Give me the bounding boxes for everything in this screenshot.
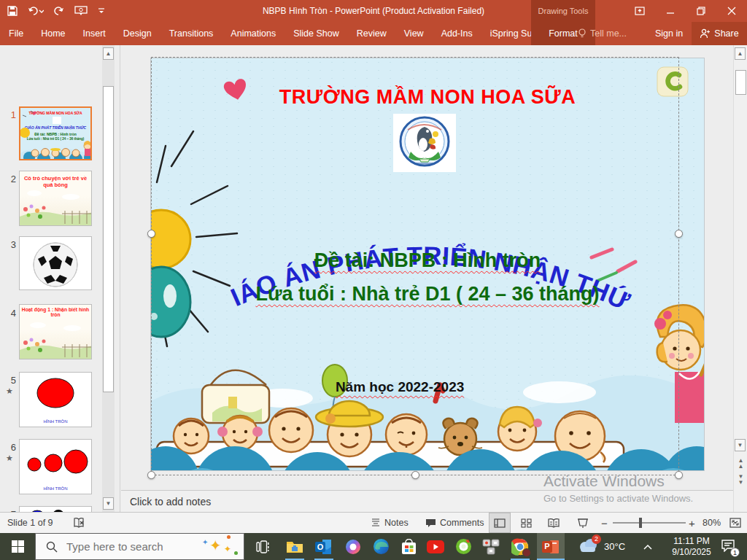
- tab-home[interactable]: Home: [32, 22, 74, 45]
- slide-scrollbar-thumb[interactable]: [735, 70, 746, 95]
- slide-sorter-view-button[interactable]: [515, 513, 537, 533]
- age-group-text[interactable]: Lứa tuổi : Nhà trẻ D1 ( 24 – 36 tháng): [151, 283, 704, 306]
- outlook-icon[interactable]: O: [310, 533, 338, 560]
- scroll-down-icon[interactable]: ▼: [735, 439, 746, 451]
- zoom-level[interactable]: 80%: [703, 513, 721, 533]
- start-button[interactable]: [0, 533, 35, 560]
- notes-icon: [371, 518, 381, 527]
- chrome-icon[interactable]: [506, 533, 534, 560]
- topic-text[interactable]: Đề tài: NBPB : Hình tròn: [151, 249, 704, 272]
- comments-toggle[interactable]: Comments: [425, 513, 484, 533]
- share-button[interactable]: Share: [692, 22, 747, 45]
- comments-icon: [425, 518, 436, 528]
- zoom-slider[interactable]: [613, 522, 686, 524]
- waves: [151, 446, 704, 470]
- child-with-hat: [316, 401, 383, 456]
- tab-slide-show[interactable]: Slide Show: [285, 22, 348, 45]
- notification-center-button[interactable]: 1: [721, 533, 735, 560]
- school-name-text[interactable]: TRƯỜNG MẦM NON HOA SỮA: [151, 86, 704, 109]
- microsoft-store-icon[interactable]: [395, 533, 422, 560]
- windows-taskbar: ✦ ✦ ✦ O: [0, 533, 747, 560]
- undo-icon[interactable]: [28, 6, 44, 16]
- taskbar-clock[interactable]: 11:11 PM 9/10/2025: [665, 533, 718, 560]
- quick-access-toolbar: [7, 0, 105, 22]
- tab-transitions[interactable]: Transitions: [160, 22, 222, 45]
- next-slide-button[interactable]: ▼▼: [735, 474, 746, 486]
- restore-icon[interactable]: [686, 0, 716, 22]
- fit-slide-to-window-button[interactable]: [729, 513, 741, 533]
- task-view-button[interactable]: [249, 533, 277, 560]
- scroll-down-icon[interactable]: ▼: [103, 497, 114, 510]
- thumbnail-slide-7[interactable]: HÌNH TRÒN: [19, 506, 92, 512]
- tab-file[interactable]: File: [0, 22, 32, 45]
- tell-me-box[interactable]: Tell me...: [578, 22, 627, 45]
- reading-view-button[interactable]: [543, 513, 565, 533]
- copilot-icon[interactable]: [339, 533, 367, 560]
- activate-windows-watermark: Activate Windows: [543, 472, 665, 490]
- school-logo[interactable]: [393, 114, 456, 172]
- tab-add-ins[interactable]: Add-Ins: [433, 22, 481, 45]
- thumbnail-scrollbar-thumb[interactable]: [103, 86, 114, 392]
- taskbar-search-box[interactable]: ✦ ✦ ✦: [35, 533, 244, 560]
- thumbnail-scrollbar[interactable]: ▲ ▼: [102, 45, 115, 512]
- zoom-out-button[interactable]: −: [601, 513, 608, 533]
- tab-insert[interactable]: Insert: [74, 22, 115, 45]
- thumbnail-number-4: 4: [3, 308, 16, 319]
- sparkle-dot: [234, 551, 238, 555]
- tray-expand-chevron[interactable]: [643, 533, 652, 560]
- thumbnail-slide-6[interactable]: HÌNH TRÒN: [19, 439, 92, 494]
- customize-qat-icon[interactable]: [98, 7, 105, 15]
- ribbon-display-options-icon[interactable]: [624, 0, 655, 22]
- notes-toggle[interactable]: Notes: [371, 513, 409, 533]
- coccoc-browser-icon[interactable]: [449, 533, 477, 560]
- redo-icon[interactable]: [54, 6, 64, 16]
- school-year-text[interactable]: Năm học 2022-2023: [151, 379, 649, 395]
- sign-in-button[interactable]: Sign in: [655, 22, 683, 45]
- start-slideshow-icon[interactable]: [74, 6, 88, 16]
- powerpoint-icon-active[interactable]: P: [537, 533, 565, 560]
- window-controls: [624, 0, 747, 22]
- tab-review[interactable]: Review: [348, 22, 395, 45]
- green-balloon: [322, 365, 347, 429]
- thumbnail-slide-2[interactable]: Cô trò chuyện với trẻ về quả bóng: [19, 171, 92, 226]
- thumbnail-slide-1[interactable]: TRƯỜNG MẦM NON HOA SỮA GIÁO ÁN PHÁT TRIỂ…: [19, 106, 92, 160]
- sun-drawing: [151, 131, 237, 346]
- normal-view-button[interactable]: [489, 513, 511, 533]
- tab-view[interactable]: View: [395, 22, 433, 45]
- powerpoint-window: NBPB Hình Tròn - PowerPoint (Product Act…: [0, 0, 747, 560]
- thumbnail-slide-4[interactable]: Hoạt động 1 : Nhận biết hình tròn: [19, 304, 92, 359]
- slide-counter[interactable]: Slide 1 of 9: [7, 513, 53, 533]
- powerpoint-letter: P: [542, 542, 552, 551]
- thumbnail-number-5: 5: [3, 375, 16, 386]
- save-icon[interactable]: [7, 6, 18, 16]
- slide-canvas[interactable]: TRƯỜNG MẦM NON HOA SỮA GIÁO ÁN PHÁT TRIỂ…: [151, 58, 704, 470]
- tab-animations[interactable]: Animations: [222, 22, 285, 45]
- teacher-girl: [654, 305, 704, 423]
- previous-slide-button[interactable]: ▲▲: [735, 458, 746, 470]
- unikey-icon[interactable]: [477, 533, 505, 560]
- file-explorer-icon[interactable]: [281, 533, 309, 560]
- thumbnail-number-2: 2: [3, 174, 16, 184]
- thumbnail-number-1: 1: [3, 109, 16, 120]
- thumbnail-slide-3[interactable]: [19, 236, 92, 290]
- search-input[interactable]: [65, 540, 189, 553]
- minimize-icon[interactable]: [655, 0, 686, 22]
- zoom-slider-thumb[interactable]: [639, 518, 642, 528]
- slide-scrollbar[interactable]: ▲ ▼ ▲▲ ▼▼: [733, 45, 747, 512]
- notification-badge: 1: [730, 548, 740, 557]
- youtube-icon[interactable]: [422, 533, 449, 560]
- scroll-up-icon[interactable]: ▲: [103, 47, 114, 60]
- thumbnail-slide-5[interactable]: HÌNH TRÒN: [19, 372, 92, 427]
- soccer-ball-image: [20, 237, 91, 289]
- lightbulb-icon: [578, 28, 587, 39]
- zoom-in-button[interactable]: +: [689, 513, 695, 533]
- scroll-up-icon[interactable]: ▲: [735, 47, 746, 60]
- ribbon-tab-bar: File Home Insert Design Transitions Anim…: [0, 22, 747, 45]
- weather-tray-item[interactable]: 2 30°C: [578, 533, 625, 560]
- slideshow-view-button[interactable]: [572, 513, 594, 533]
- edge-icon[interactable]: [367, 533, 395, 560]
- tab-design[interactable]: Design: [115, 22, 160, 45]
- temperature-label: 30°C: [604, 541, 625, 552]
- close-icon[interactable]: [716, 0, 747, 22]
- spell-check-icon[interactable]: [73, 513, 85, 533]
